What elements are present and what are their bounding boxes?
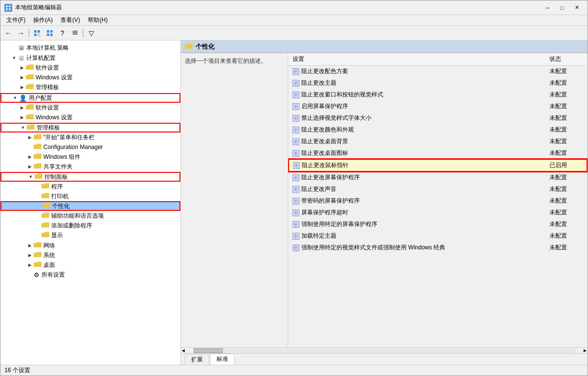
windows-settings-1-row[interactable]: ▶ Windows 设置 xyxy=(0,73,180,82)
table-row[interactable]: 阻止更改屏幕保护程序未配置 xyxy=(289,171,587,184)
desktop-row[interactable]: ▶ 桌面 xyxy=(0,260,180,270)
sm-expand[interactable]: ▶ xyxy=(26,133,34,141)
se1-expand[interactable]: ▶ xyxy=(18,64,26,72)
print-expand[interactable] xyxy=(34,192,41,200)
menu-view[interactable]: 查看(V) xyxy=(57,15,84,25)
hscroll-left[interactable]: ◄ xyxy=(181,348,186,353)
help-button[interactable]: ? xyxy=(57,28,68,38)
setting-status: 未配置 xyxy=(546,171,587,184)
printers-row[interactable]: 打印机 xyxy=(0,191,180,201)
table-row[interactable]: 阻止更改配色方案未配置 xyxy=(289,66,587,77)
hscroll-thumb[interactable] xyxy=(194,348,223,353)
cm-expand[interactable] xyxy=(26,143,34,151)
admin-templates-2-label: 管理模板 xyxy=(37,124,60,132)
disp-expand[interactable] xyxy=(34,231,41,239)
admin-templates-2-children: ▶ "开始"菜单和任务栏 xyxy=(0,132,180,280)
tab-expand[interactable]: 扩展 xyxy=(185,354,209,365)
up-button[interactable] xyxy=(31,28,43,38)
table-row[interactable]: 阻止更改声音未配置 xyxy=(289,184,587,195)
close-button[interactable]: ✕ xyxy=(570,3,584,13)
tree-computer-config-row[interactable]: ▼ 🖥 计算机配置 xyxy=(0,53,180,63)
table-row[interactable]: 加载特定主题未配置 xyxy=(289,230,587,242)
folder-icon-3 xyxy=(26,83,34,91)
tree-panel[interactable]: 🖥 本地计算机 策略 ▼ 🖥 计算机配置 xyxy=(0,40,181,365)
add-remove-row[interactable]: 添加或删除程序 xyxy=(0,221,180,230)
forward-button[interactable]: → xyxy=(15,28,27,38)
table-row[interactable]: 阻止更改颜色和外观未配置 xyxy=(289,124,587,136)
ws1-expand[interactable]: ▶ xyxy=(18,74,26,81)
menu-file[interactable]: 文件(F) xyxy=(2,15,29,25)
table-row[interactable]: 阻止更改主题未配置 xyxy=(289,77,587,89)
table-row[interactable]: 阻止更改鼠标指针已启用 xyxy=(289,159,587,171)
prog-expand[interactable] xyxy=(34,183,41,190)
personalization-row[interactable]: 个性化 xyxy=(0,201,180,211)
svg-rect-50 xyxy=(295,200,296,203)
software-settings-1-row[interactable]: ▶ 软件设置 xyxy=(0,63,180,73)
accessibility-row[interactable]: 辅助功能和语言选项 xyxy=(0,211,180,221)
windows-components-row[interactable]: ▶ Windows 组件 xyxy=(0,152,180,162)
at1-expand[interactable]: ▶ xyxy=(18,83,26,91)
sf-expand[interactable]: ▶ xyxy=(26,163,34,170)
setting-status: 未配置 xyxy=(546,89,587,101)
sys-expand[interactable]: ▶ xyxy=(26,251,34,259)
table-row[interactable]: 禁止选择视觉样式字体大小未配置 xyxy=(289,113,587,124)
hscroll-right[interactable]: ► xyxy=(583,348,588,353)
start-menu-row[interactable]: ▶ "开始"菜单和任务栏 xyxy=(0,132,180,142)
desk-expand[interactable]: ▶ xyxy=(26,261,34,269)
setting-status: 未配置 xyxy=(546,66,587,77)
pers-expand[interactable] xyxy=(35,202,42,210)
network-row[interactable]: ▶ 网络 xyxy=(0,241,180,250)
tree-user-config-row[interactable]: ▼ 👤 用户配置 xyxy=(0,93,180,103)
table-row[interactable]: 阻止更改窗口和按钮的视觉样式未配置 xyxy=(289,89,587,101)
shared-folders-row[interactable]: ▶ 共享文件夹 xyxy=(0,162,180,171)
table-row[interactable]: 启用屏幕保护程序未配置 xyxy=(289,101,587,113)
root-expand-icon[interactable] xyxy=(10,44,18,52)
settings-panel[interactable]: 设置 状态 阻止更改配色方案未配置 阻止更改主题未配置 阻止更改窗口和按钮的视觉… xyxy=(288,53,588,347)
setting-status: 未配置 xyxy=(546,219,587,230)
menu-help[interactable]: 帮助(H) xyxy=(84,15,112,25)
ar-expand[interactable] xyxy=(34,222,41,229)
admin-templates-2-row[interactable]: ▼ 管理模板 xyxy=(0,123,180,132)
minimize-button[interactable]: ─ xyxy=(541,3,554,13)
table-row[interactable]: 阻止更改桌面背景未配置 xyxy=(289,136,587,148)
table-row[interactable]: 阻止更改桌面图标未配置 xyxy=(289,148,587,160)
setting-name: 阻止更改声音 xyxy=(289,184,546,195)
wc-expand[interactable]: ▶ xyxy=(26,153,34,161)
table-row[interactable]: 强制使用特定的视觉样式文件或强制使用 Windows 经典未配置 xyxy=(289,242,587,254)
display-row[interactable]: 显示 xyxy=(0,230,180,240)
net-expand[interactable]: ▶ xyxy=(26,242,34,249)
horizontal-scrollbar[interactable]: ◄ ► xyxy=(181,347,588,353)
svg-rect-1 xyxy=(9,5,11,7)
table-row[interactable]: 带密码的屏幕保护程序未配置 xyxy=(289,195,587,207)
admin-templates-1-row[interactable]: ▶ 管理模板 xyxy=(0,82,180,92)
computer-expand-icon[interactable]: ▼ xyxy=(10,54,18,62)
export-button[interactable] xyxy=(69,28,81,38)
menu-action[interactable]: 操作(A) xyxy=(29,15,57,25)
hscroll-track[interactable] xyxy=(194,348,575,353)
software-settings-2-row[interactable]: ▶ 软件设置 xyxy=(0,103,180,113)
tab-standard[interactable]: 标准 xyxy=(210,354,235,365)
maximize-button[interactable]: □ xyxy=(555,3,569,13)
as-expand[interactable] xyxy=(26,271,34,279)
ss2-expand[interactable]: ▶ xyxy=(18,104,26,112)
setting-status: 未配置 xyxy=(546,207,587,219)
control-panel-row[interactable]: ▼ 控制面板 xyxy=(0,172,180,182)
user-expand-icon[interactable]: ▼ xyxy=(11,94,19,102)
all-settings-row[interactable]: ⚙ 所有设置 xyxy=(0,270,180,280)
cp-expand[interactable]: ▼ xyxy=(27,173,35,181)
desktop-label: 桌面 xyxy=(43,261,55,269)
view-button[interactable] xyxy=(44,28,56,38)
table-row[interactable]: 强制使用特定的屏幕保护程序未配置 xyxy=(289,219,587,230)
config-manager-row[interactable]: Configuration Manager xyxy=(0,142,180,152)
tree-root-row[interactable]: 🖥 本地计算机 策略 xyxy=(0,43,180,53)
windows-settings-2-row[interactable]: ▶ Windows 设置 xyxy=(0,113,180,122)
filter-button[interactable]: ▽ xyxy=(85,28,97,38)
table-row[interactable]: 屏幕保护程序超时未配置 xyxy=(289,207,587,219)
at2-expand[interactable]: ▼ xyxy=(19,124,27,132)
setting-status: 未配置 xyxy=(546,184,587,195)
back-button[interactable]: ← xyxy=(2,28,14,38)
system-row[interactable]: ▶ 系统 xyxy=(0,250,180,260)
ws2-expand[interactable]: ▶ xyxy=(18,113,26,121)
acc-expand[interactable] xyxy=(34,212,41,220)
programs-row[interactable]: 程序 xyxy=(0,182,180,191)
